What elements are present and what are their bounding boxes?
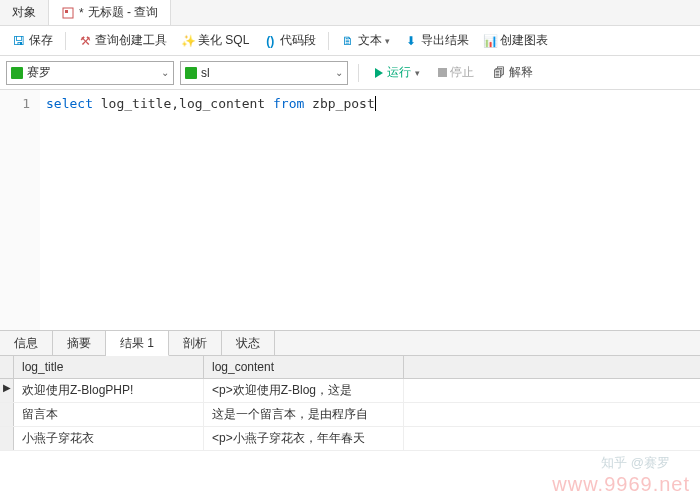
query-icon [61,6,75,20]
schema-select[interactable]: sl ⌄ [180,61,348,85]
export-button[interactable]: ⬇ 导出结果 [398,29,475,52]
main-toolbar: 🖫 保存 ⚒ 查询创建工具 ✨ 美化 SQL () 代码段 🗎 文本 ▾ ⬇ 导… [0,26,700,56]
line-number: 1 [0,96,30,111]
separator [65,32,66,50]
sql-editor[interactable]: 1 select log_title,log_content from zbp_… [0,90,700,330]
row-marker [0,427,14,450]
keyword: from [273,96,304,111]
separator [358,64,359,82]
stop-button: 停止 [432,61,480,84]
snippet-label: 代码段 [280,32,316,49]
tab-object[interactable]: 对象 [0,0,49,25]
run-button[interactable]: 运行 ▾ [369,61,426,84]
tab-info[interactable]: 信息 [0,331,53,355]
code-text: log_title,log_content [93,96,273,111]
grid-header: log_title log_content [0,356,700,379]
db-icon [11,67,23,79]
query-builder-label: 查询创建工具 [95,32,167,49]
chevron-down-icon: ⌄ [335,67,343,78]
cell[interactable]: 小燕子穿花衣 [14,427,204,450]
cell[interactable]: 留言本 [14,403,204,426]
tab-summary[interactable]: 摘要 [53,331,106,355]
schema-value: sl [201,66,210,80]
save-icon: 🖫 [12,34,26,48]
watermark-main: www.9969.net [552,473,690,496]
schema-icon [185,67,197,79]
connection-select[interactable]: 赛罗 ⌄ [6,61,174,85]
watermark-sub: 知乎 @赛罗 [601,454,670,472]
explain-button[interactable]: 🗐 解释 [486,61,539,84]
export-label: 导出结果 [421,32,469,49]
query-builder-button[interactable]: ⚒ 查询创建工具 [72,29,173,52]
tab-query[interactable]: * 无标题 - 查询 [49,0,171,25]
text-button[interactable]: 🗎 文本 ▾ [335,29,396,52]
table-row[interactable]: 小燕子穿花衣 <p>小燕子穿花衣，年年春天 [0,427,700,451]
row-marker [0,403,14,426]
tab-result1[interactable]: 结果 1 [106,331,169,356]
explain-label: 解释 [509,64,533,81]
chart-label: 创建图表 [500,32,548,49]
separator [328,32,329,50]
tab-status[interactable]: 状态 [222,331,275,355]
cell[interactable]: <p>小燕子穿花衣，年年春天 [204,427,404,450]
selector-row: 赛罗 ⌄ sl ⌄ 运行 ▾ 停止 🗐 解释 [0,56,700,90]
text-cursor [375,96,376,111]
chevron-down-icon: ▾ [385,36,390,46]
chart-button[interactable]: 📊 创建图表 [477,29,554,52]
braces-icon: () [263,34,277,48]
document-icon: 🗎 [341,34,355,48]
save-button[interactable]: 🖫 保存 [6,29,59,52]
dirty-marker: * [79,6,84,20]
chevron-down-icon: ⌄ [161,67,169,78]
beautify-label: 美化 SQL [198,32,249,49]
text-label: 文本 [358,32,382,49]
tab-query-label: 无标题 - 查询 [88,4,159,21]
current-row-marker: ▶ [0,379,14,402]
explain-icon: 🗐 [492,66,506,80]
table-row[interactable]: ▶ 欢迎使用Z-BlogPHP! <p>欢迎使用Z-Blog，这是 [0,379,700,403]
column-header[interactable]: log_content [204,356,404,378]
cell[interactable]: 这是一个留言本，是由程序自 [204,403,404,426]
snippet-button[interactable]: () 代码段 [257,29,322,52]
chevron-down-icon: ▾ [415,68,420,78]
wand-icon: ✨ [181,34,195,48]
tab-object-label: 对象 [12,4,36,21]
svg-rect-1 [65,10,68,13]
top-tab-bar: 对象 * 无标题 - 查询 [0,0,700,26]
line-gutter: 1 [0,90,40,330]
keyword: select [46,96,93,111]
save-label: 保存 [29,32,53,49]
code-area[interactable]: select log_title,log_content from zbp_po… [40,90,700,330]
code-text: zbp_post [304,96,374,111]
play-icon [375,68,383,78]
stop-icon [438,68,447,77]
result-tab-bar: 信息 摘要 结果 1 剖析 状态 [0,330,700,356]
beautify-button[interactable]: ✨ 美化 SQL [175,29,255,52]
export-icon: ⬇ [404,34,418,48]
chart-icon: 📊 [483,34,497,48]
tab-profile[interactable]: 剖析 [169,331,222,355]
row-indicator-header [0,356,14,378]
result-grid: log_title log_content ▶ 欢迎使用Z-BlogPHP! <… [0,356,700,451]
run-label: 运行 [387,64,411,81]
cell[interactable]: 欢迎使用Z-BlogPHP! [14,379,204,402]
connection-value: 赛罗 [27,64,51,81]
table-row[interactable]: 留言本 这是一个留言本，是由程序自 [0,403,700,427]
stop-label: 停止 [450,64,474,81]
cell[interactable]: <p>欢迎使用Z-Blog，这是 [204,379,404,402]
column-header[interactable]: log_title [14,356,204,378]
tool-icon: ⚒ [78,34,92,48]
